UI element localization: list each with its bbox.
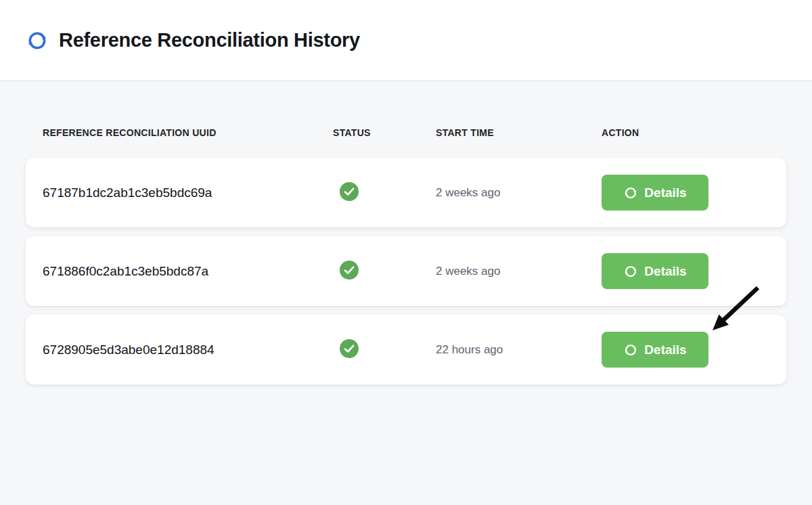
status-cell — [333, 182, 436, 204]
refresh-icon — [623, 343, 638, 357]
column-header-start-time: Start Time — [436, 127, 602, 138]
start-time-cell: 22 hours ago — [436, 343, 602, 357]
status-cell — [333, 261, 436, 282]
action-cell: Details — [602, 332, 769, 368]
column-header-status: Status — [333, 127, 436, 138]
details-button[interactable]: Details — [602, 253, 708, 289]
details-button[interactable]: Details — [602, 175, 708, 211]
content-area: Reference Reconciliation UUID Status Sta… — [0, 127, 812, 385]
table-body: 67187b1dc2ab1c3eb5bdc69a 2 weeks ago — [26, 158, 786, 385]
action-cell: Details — [602, 253, 769, 289]
start-time-cell: 2 weeks ago — [436, 265, 602, 278]
start-time-cell: 2 weeks ago — [436, 186, 602, 200]
table-row: 671886f0c2ab1c3eb5bdc87a 2 weeks ago — [26, 236, 786, 306]
status-cell — [333, 339, 436, 361]
details-button[interactable]: Details — [602, 332, 708, 368]
table-row: 6728905e5d3abe0e12d18884 22 hours ago — [26, 315, 786, 385]
uuid-cell: 67187b1dc2ab1c3eb5bdc69a — [43, 185, 333, 200]
action-cell: Details — [602, 175, 769, 211]
column-header-action: Action — [602, 127, 769, 138]
details-button-label: Details — [644, 185, 686, 200]
check-circle-icon — [340, 261, 359, 280]
refresh-icon — [26, 29, 49, 52]
page-title: Reference Reconciliation History — [59, 29, 360, 51]
check-circle-icon — [340, 182, 359, 201]
page-header: Reference Reconciliation History — [0, 0, 812, 81]
refresh-icon — [623, 185, 638, 200]
refresh-icon — [623, 264, 638, 279]
table-header-row: Reference Reconciliation UUID Status Sta… — [26, 127, 786, 138]
column-header-uuid: Reference Reconciliation UUID — [43, 127, 333, 138]
details-button-label: Details — [644, 343, 686, 357]
table-row: 67187b1dc2ab1c3eb5bdc69a 2 weeks ago — [26, 158, 786, 227]
uuid-cell: 671886f0c2ab1c3eb5bdc87a — [43, 264, 333, 279]
details-button-label: Details — [644, 264, 686, 279]
check-circle-icon — [340, 339, 359, 358]
uuid-cell: 6728905e5d3abe0e12d18884 — [43, 343, 333, 357]
